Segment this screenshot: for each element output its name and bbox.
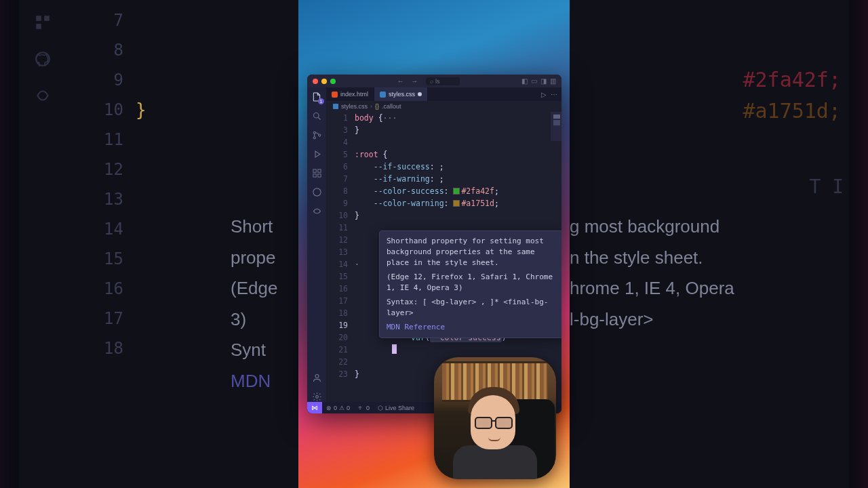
- maximize-icon[interactable]: [330, 79, 336, 84]
- account-icon[interactable]: [311, 372, 322, 383]
- bg-hex-success: #2fa42f;: [743, 62, 842, 97]
- remote-indicator[interactable]: ⋈: [307, 402, 322, 413]
- error-count: 0: [334, 405, 337, 411]
- warning-icon: ⚠: [339, 405, 344, 411]
- extensions-icon[interactable]: [311, 167, 322, 178]
- panel-right-icon[interactable]: ◨: [540, 77, 547, 85]
- mdn-reference-link[interactable]: MDN Reference: [387, 322, 560, 333]
- gradient-edge-left: [0, 0, 19, 488]
- liveshare-label: Live Share: [385, 405, 414, 411]
- more-icon[interactable]: ⋯: [551, 91, 557, 98]
- explorer-icon[interactable]: [311, 92, 322, 102]
- tab-styles-css[interactable]: styles.css: [374, 87, 428, 101]
- svg-rect-2: [36, 24, 41, 29]
- line-content[interactable]: }: [355, 209, 561, 222]
- code-line[interactable]: 21: [326, 344, 561, 356]
- tab-index-html[interactable]: index.html: [326, 87, 374, 101]
- source-control-icon[interactable]: [311, 129, 322, 140]
- svg-rect-9: [317, 169, 320, 171]
- code-line[interactable]: 4: [326, 136, 561, 148]
- bg-hex-warning: #a1751d;: [743, 94, 842, 128]
- code-line[interactable]: 5:root {: [326, 148, 561, 161]
- bg-selection-letters: T I: [809, 174, 844, 200]
- gradient-edge-right: [849, 0, 868, 488]
- line-number: 15: [326, 270, 355, 283]
- svg-rect-11: [317, 174, 320, 176]
- liveshare-button[interactable]: ⬡Live Share: [374, 405, 418, 411]
- bg-hover-text-left: Shortprope(Edge3)SyntMDN: [231, 211, 298, 396]
- line-content[interactable]: body {···: [355, 112, 561, 124]
- line-content[interactable]: --color-success: #2fa42f;: [355, 185, 561, 197]
- line-number: 17: [326, 295, 355, 307]
- minimize-icon[interactable]: [321, 79, 327, 84]
- problems-indicator[interactable]: ⊗0 ⚠0: [322, 405, 354, 411]
- code-line[interactable]: 3}: [326, 124, 561, 136]
- run-debug-icon[interactable]: [311, 148, 322, 159]
- run-button-icon[interactable]: ▷: [541, 91, 547, 98]
- line-number: 20: [326, 331, 355, 344]
- liveshare-icon: ⬡: [378, 405, 383, 411]
- close-icon[interactable]: [313, 79, 318, 84]
- command-center-search[interactable]: ⌕ ls: [426, 77, 460, 85]
- tab-actions: ▷ ⋯: [541, 87, 561, 101]
- line-content[interactable]: [355, 344, 561, 356]
- hover-tooltip: Shorthand property for setting most back…: [379, 230, 561, 338]
- chevron-right-icon: ›: [370, 103, 372, 110]
- line-content[interactable]: :root {: [355, 148, 561, 161]
- search-icon[interactable]: [311, 110, 322, 121]
- webcam-person-glasses: [475, 417, 513, 428]
- line-content[interactable]: }: [355, 124, 561, 136]
- line-number: 14: [326, 258, 355, 270]
- svg-point-13: [315, 374, 319, 378]
- svg-point-5: [313, 131, 315, 134]
- line-number: 6: [326, 161, 355, 173]
- svg-point-4: [313, 113, 319, 118]
- code-line[interactable]: 10}: [326, 209, 561, 222]
- line-number: 11: [326, 222, 355, 234]
- line-number: 12: [326, 234, 355, 246]
- line-number: 21: [326, 344, 355, 356]
- editor-area: index.html styles.css ▷ ⋯ styles.css › {…: [326, 87, 561, 402]
- panel-bottom-icon[interactable]: ▭: [531, 77, 537, 85]
- code-line[interactable]: 8 --color-success: #2fa42f;: [326, 185, 561, 197]
- code-line[interactable]: 9 --color-warning: #a1751d;: [326, 197, 561, 209]
- svg-point-12: [313, 188, 320, 195]
- code-line[interactable]: 1body {···: [326, 112, 561, 124]
- ports-count: 0: [366, 405, 370, 411]
- svg-rect-0: [36, 16, 41, 21]
- line-number: 16: [326, 283, 355, 295]
- svg-rect-1: [44, 16, 50, 21]
- hover-description: Shorthand property for setting most back…: [387, 236, 560, 268]
- line-number: 19: [326, 319, 355, 331]
- line-content[interactable]: --color-warning: #a1751d;: [355, 197, 561, 209]
- code-line[interactable]: 7 --if-warning: ;: [326, 173, 561, 185]
- line-number: 3: [326, 124, 355, 136]
- settings-gear-icon[interactable]: [311, 391, 322, 402]
- hover-browsers: (Edge 12, Firefox 1, Safari 1, Chrome 1,…: [387, 272, 560, 293]
- bg-hover-text-right: g most backgroundn the style sheet.hrome…: [570, 211, 854, 335]
- liveshare-icon[interactable]: [311, 205, 322, 216]
- ports-indicator[interactable]: ᯤ0: [354, 405, 374, 411]
- symbol-icon: {}: [375, 103, 379, 110]
- layout-icon[interactable]: ▥: [550, 77, 556, 85]
- nav-back-forward[interactable]: ← →: [397, 77, 421, 85]
- code-line[interactable]: 6 --if-success: ;: [326, 161, 561, 173]
- svg-rect-8: [313, 169, 315, 171]
- remote-icon[interactable]: [311, 186, 322, 197]
- bg-line-numbers: 78910}1112131415161718: [95, 5, 146, 363]
- search-placeholder: ls: [435, 78, 440, 85]
- panel-left-icon[interactable]: ◧: [521, 77, 528, 85]
- line-number: 1: [326, 112, 355, 124]
- line-content[interactable]: --if-success: ;: [355, 161, 561, 173]
- window-controls: [313, 79, 336, 84]
- line-number: 8: [326, 185, 355, 197]
- share-icon: [34, 87, 52, 104]
- webcam-person-torso: [453, 445, 537, 479]
- line-content[interactable]: [355, 136, 561, 148]
- breadcrumb[interactable]: styles.css › {} .callout: [326, 101, 561, 112]
- titlebar-layout-controls: ◧ ▭ ◨ ▥: [521, 77, 556, 85]
- unsaved-dot-icon: [418, 92, 422, 96]
- line-content[interactable]: --if-warning: ;: [355, 173, 561, 185]
- line-number: 10: [326, 209, 355, 222]
- css-file-icon: [380, 92, 386, 98]
